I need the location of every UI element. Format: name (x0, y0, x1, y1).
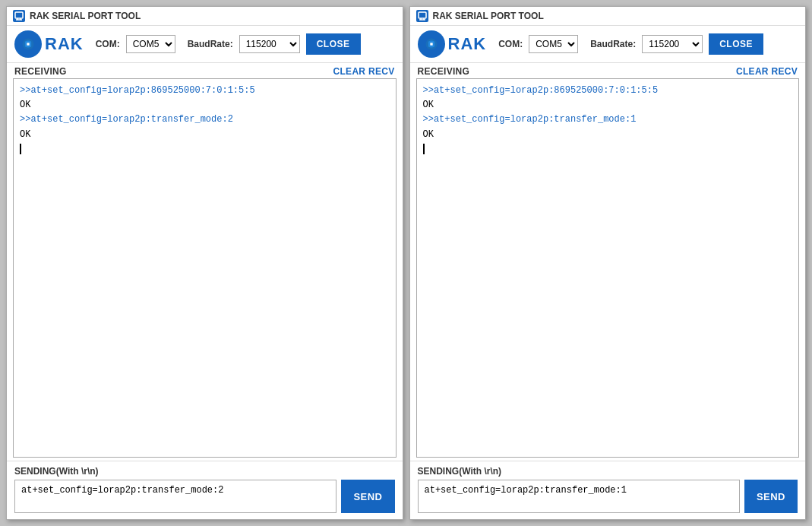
left-sending-label: SENDING(With \r\n) (14, 466, 395, 477)
right-rak-text: RAK (448, 34, 487, 54)
right-close-button[interactable]: CLOSE (709, 33, 763, 55)
left-recv-line-1: >>at+set_config=lorap2p:transfer_mode:2 (20, 112, 390, 127)
right-recv-line-0: >>at+set_config=lorap2p:869525000:7:0:1:… (423, 84, 793, 98)
right-title-icon (416, 10, 428, 22)
left-recv-area: >>at+set_config=lorap2p:869525000:7:0:1:… (13, 78, 397, 458)
right-recv-cursor-line (423, 142, 793, 157)
right-com-select[interactable]: COM5 (529, 35, 578, 53)
left-receiving-label: RECEIVING (14, 66, 67, 77)
right-send-input[interactable]: at+set_config=lorap2p:transfer_mode:1 (418, 480, 740, 513)
svg-rect-0 (15, 12, 23, 18)
left-title-text: RAK SERIAL PORT TOOL (30, 11, 141, 21)
right-clear-recv-button[interactable]: CLEAR RECV (736, 66, 798, 77)
right-logo-circle (418, 30, 445, 58)
left-recv-ok-1: OK (20, 128, 390, 142)
left-clear-recv-button[interactable]: CLEAR RECV (333, 66, 394, 77)
left-recv-line-0: >>at+set_config=lorap2p:869525000:7:0:1:… (20, 84, 390, 98)
left-recv-cursor-line (20, 142, 390, 157)
left-send-row: at+set_config=lorap2p:transfer_mode:2 SE… (14, 480, 395, 513)
left-title-bar: RAK SERIAL PORT TOOL (7, 7, 403, 26)
left-title-icon (13, 10, 25, 22)
left-toolbar: RAK COM: COM5 BaudRate: 115200 CLOSE (7, 26, 403, 63)
left-baud-select[interactable]: 115200 (239, 35, 300, 53)
right-baud-select[interactable]: 115200 (642, 35, 703, 53)
right-toolbar: RAK COM: COM5 BaudRate: 115200 CLOSE (410, 26, 806, 63)
right-title-text: RAK SERIAL PORT TOOL (433, 11, 544, 21)
left-close-button[interactable]: CLOSE (306, 33, 361, 55)
right-send-button[interactable]: SEND (744, 480, 798, 513)
right-recv-area: >>at+set_config=lorap2p:869525000:7:0:1:… (416, 78, 800, 458)
right-com-label: COM: (498, 39, 523, 49)
right-recv-line-1: >>at+set_config=lorap2p:transfer_mode:1 (423, 112, 793, 127)
right-send-section: SENDING(With \r\n) at+set_config=lorap2p… (410, 461, 806, 519)
left-window: RAK SERIAL PORT TOOL RAK COM: COM5 BaudR… (6, 6, 403, 520)
left-send-button[interactable]: SEND (341, 480, 394, 513)
right-send-row: at+set_config=lorap2p:transfer_mode:1 SE… (418, 480, 798, 513)
left-recv-header: RECEIVING CLEAR RECV (7, 63, 403, 78)
right-receiving-label: RECEIVING (418, 66, 470, 77)
left-rak-logo: RAK (14, 30, 84, 58)
right-window: RAK SERIAL PORT TOOL RAK COM: COM5 BaudR… (409, 6, 807, 520)
right-baud-label: BaudRate: (590, 39, 636, 49)
right-rak-logo: RAK (418, 30, 487, 58)
svg-rect-5 (419, 12, 426, 18)
left-logo-circle (14, 30, 42, 58)
left-recv-ok-0: OK (20, 98, 390, 112)
right-title-bar: RAK SERIAL PORT TOOL (410, 7, 806, 26)
right-recv-ok-1: OK (423, 128, 793, 142)
left-send-section: SENDING(With \r\n) at+set_config=lorap2p… (7, 461, 403, 519)
left-rak-text: RAK (45, 34, 84, 54)
left-baud-label: BaudRate: (188, 39, 233, 49)
right-recv-header: RECEIVING CLEAR RECV (410, 63, 806, 78)
right-sending-label: SENDING(With \r\n) (418, 466, 798, 477)
left-com-select[interactable]: COM5 (126, 35, 175, 53)
left-com-label: COM: (96, 39, 120, 49)
left-send-input[interactable]: at+set_config=lorap2p:transfer_mode:2 (14, 480, 336, 513)
right-recv-ok-0: OK (423, 98, 793, 112)
